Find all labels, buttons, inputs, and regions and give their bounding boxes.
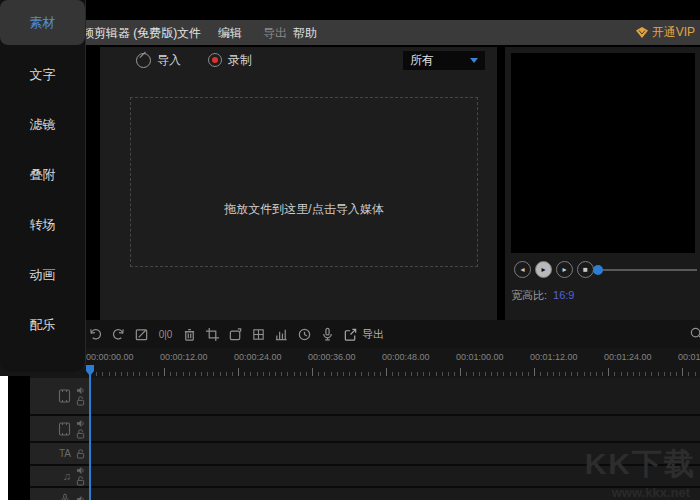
sidebar-item-material[interactable]: 素材 [0, 0, 85, 45]
import-button[interactable]: 导入 [136, 51, 181, 69]
video-lane-2[interactable] [90, 416, 700, 443]
text-track-icon: TA [59, 448, 71, 459]
watermark-logo: KK下载 [585, 444, 696, 485]
redo-icon[interactable] [111, 327, 126, 342]
waveform-icon[interactable] [274, 327, 289, 342]
chevron-down-icon [470, 58, 478, 63]
import-icon [136, 53, 151, 68]
media-panel: 导入 录制 所有 拖放文件到这里/点击导入媒体 [100, 47, 497, 320]
menu-file[interactable]: 文件 [177, 25, 201, 42]
lock-icon[interactable] [76, 449, 85, 459]
film-icon [58, 422, 71, 436]
speaker-icon[interactable] [76, 386, 85, 395]
ruler-mark: 00:00:24.00 [234, 352, 282, 362]
sidebar-item-animation[interactable]: 动画 [0, 250, 85, 300]
sidebar-item-filter[interactable]: 滤镜 [0, 100, 85, 150]
play-button[interactable]: ▸ [535, 261, 552, 278]
sidebar-item-music[interactable]: 配乐 [0, 300, 85, 350]
film-icon [58, 389, 71, 403]
text-track-header[interactable]: TA [30, 443, 90, 466]
playback-controls: ◂ ▸ ▸ ■ [505, 261, 700, 281]
ruler-mark: 00:01:12.00 [530, 352, 578, 362]
vip-diamond-icon [636, 27, 648, 38]
export-button[interactable]: 导出 [343, 327, 384, 342]
aspect-ratio-row: 宽高比:16:9 [511, 288, 574, 303]
menu-edit[interactable]: 编辑 [218, 25, 242, 42]
watermark-url: www.kkx.net [612, 485, 690, 500]
media-filter-dropdown[interactable]: 所有 [403, 51, 485, 70]
record-label: 录制 [228, 52, 252, 69]
record-icon [208, 53, 222, 67]
voice-lane[interactable] [90, 488, 700, 500]
stop-button[interactable]: ■ [577, 261, 594, 278]
sidebar-item-transition[interactable]: 转场 [0, 200, 85, 250]
menu-export[interactable]: 导出 [263, 25, 287, 42]
aspect-ratio-label: 宽高比: [511, 289, 547, 301]
record-button[interactable]: 录制 [208, 51, 252, 69]
lock-icon[interactable] [76, 396, 85, 406]
timeline-left-gutter [8, 376, 30, 500]
undo-icon[interactable] [88, 327, 103, 342]
ruler-mark: 00:00:12.00 [160, 352, 208, 362]
zoom-icon[interactable] [689, 326, 700, 341]
ruler-mark: 00:01:00.00 [456, 352, 504, 362]
preview-panel: ◂ ▸ ▸ ■ 宽高比:16:9 [505, 47, 700, 320]
split-icon[interactable]: 0|0 [157, 329, 174, 340]
speaker-icon[interactable] [76, 495, 85, 500]
video-viewport [511, 53, 695, 253]
media-filter-value: 所有 [410, 52, 434, 69]
sidebar-item-text[interactable]: 文字 [0, 50, 85, 100]
speed-clock-icon[interactable] [297, 327, 312, 342]
crop-icon[interactable] [205, 327, 220, 342]
ruler-mark: 00:00:36.00 [308, 352, 356, 362]
speaker-icon[interactable] [76, 466, 85, 475]
mic-icon [59, 493, 71, 500]
menu-bar: 视频剪辑器 (免费版) 文件 编辑 导出 帮助 开通VIP [0, 20, 700, 45]
ruler-mark: 00:01:36.00 [678, 352, 700, 362]
aspect-ratio-value[interactable]: 16:9 [553, 289, 574, 301]
dropzone-text: 拖放文件到这里/点击导入媒体 [224, 201, 383, 218]
export-icon [343, 327, 358, 342]
track-headers: TA ♫ [30, 378, 90, 500]
video-track-1-header[interactable] [30, 378, 90, 416]
ruler-mark: 00:00:48.00 [382, 352, 430, 362]
media-dropzone[interactable]: 拖放文件到这里/点击导入媒体 [130, 97, 478, 267]
export-label: 导出 [362, 327, 384, 342]
edit-icon[interactable] [134, 327, 149, 342]
app-window: 视频剪辑器 (免费版) 文件 编辑 导出 帮助 开通VIP 导入 录制 所有 拖… [0, 0, 700, 500]
vip-button[interactable]: 开通VIP [636, 24, 695, 41]
sidebar-flyout: 素材 文字 滤镜 叠附 转场 动画 配乐 [0, 0, 86, 372]
ruler-mark: 00:01:24.00 [604, 352, 652, 362]
frame-icon[interactable] [228, 327, 243, 342]
next-frame-button[interactable]: ▸ [556, 261, 573, 278]
speaker-icon[interactable] [76, 419, 85, 428]
app-title: 视频剪辑器 (免费版) [70, 25, 177, 42]
sidebar-item-overlay[interactable]: 叠附 [0, 150, 85, 200]
music-note-icon: ♫ [63, 471, 71, 482]
lock-icon[interactable] [76, 476, 85, 486]
delete-icon[interactable] [182, 327, 197, 342]
playhead-line[interactable] [89, 366, 91, 500]
sidebar-list: 文字 滤镜 叠附 转场 动画 配乐 [0, 50, 85, 350]
music-track-header[interactable]: ♫ [30, 466, 90, 488]
ruler-ticks-major [90, 368, 700, 376]
timeline-ruler[interactable]: 00:00:00.00 00:00:12.00 00:00:24.00 00:0… [0, 348, 700, 378]
seek-slider-track[interactable] [597, 269, 697, 271]
mosaic-icon[interactable] [251, 327, 266, 342]
prev-frame-button[interactable]: ◂ [514, 261, 531, 278]
import-label: 导入 [157, 52, 181, 69]
menu-help[interactable]: 帮助 [293, 25, 317, 42]
lock-icon[interactable] [76, 429, 85, 439]
timeline-toolbar: 0|0 [0, 320, 700, 348]
voice-track-header[interactable] [30, 488, 90, 500]
ruler-mark: 00:00:00.00 [86, 352, 134, 362]
video-lane-1[interactable] [90, 378, 700, 416]
voiceover-mic-icon[interactable] [320, 327, 335, 342]
seek-slider-thumb[interactable] [593, 265, 603, 275]
vip-label: 开通VIP [652, 24, 695, 41]
page-background-strip [0, 376, 8, 500]
video-track-2-header[interactable] [30, 416, 90, 443]
